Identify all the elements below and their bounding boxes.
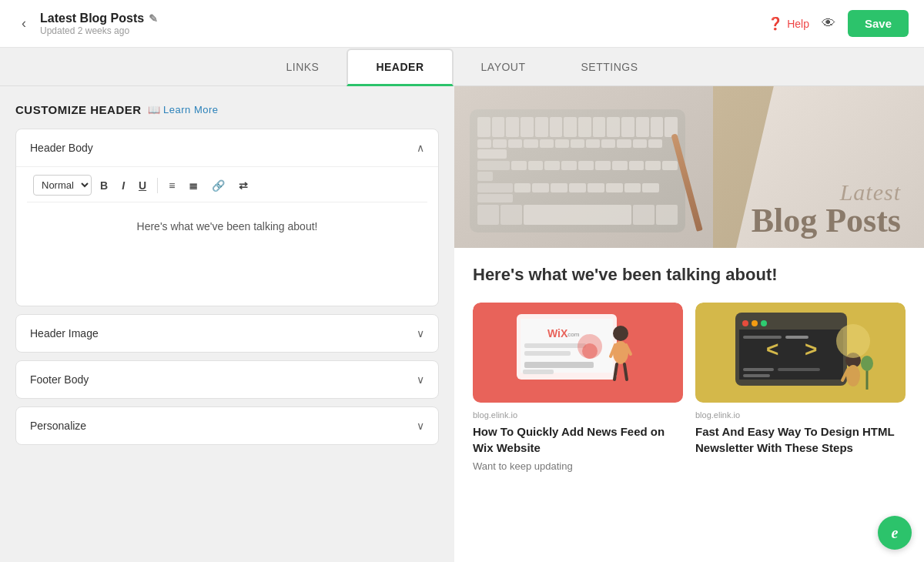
help-label: Help [787,18,809,30]
svg-point-10 [613,326,628,341]
accordion-label-header-body: Header Body [30,142,93,154]
main-layout: CUSTOMIZE HEADER 📖 Learn More Header Bod… [0,86,924,562]
top-bar-left: ‹ Latest Blog Posts ✎ Updated 2 weeks ag… [15,12,158,36]
accordion-body-header: Normal H1 H2 B I U ≡ ≣ 🔗 ⇄ Here's what w… [16,166,438,306]
bold-button[interactable]: B [95,176,113,195]
page-title-text: Latest Blog Posts [40,12,144,25]
panel-title-text: CUSTOMIZE HEADER [15,103,142,116]
chevron-up-icon: ∧ [417,142,424,154]
edit-icon[interactable]: ✎ [149,12,158,25]
eye-icon: 👁 [822,15,835,31]
unordered-list-button[interactable]: ≣ [183,176,203,195]
accordion-footer-body: Footer Body ∨ [15,360,439,399]
svg-point-7 [582,343,598,359]
top-bar: ‹ Latest Blog Posts ✎ Updated 2 weeks ag… [0,0,924,48]
card-domain-2: blog.elink.io [695,410,906,420]
help-circle-icon: ❓ [768,16,783,31]
elink-logo-text: e [892,524,899,542]
accordion-header-image: Header Image ∨ [15,314,439,353]
card-desc-1: Want to keep updating [473,460,683,472]
code-svg: < > [724,306,878,399]
card-image-code: < > [695,303,906,403]
accordion-personalize-toggle[interactable]: Personalize ∨ [16,407,438,444]
svg-rect-9 [523,370,554,374]
link-button[interactable]: 🔗 [206,176,230,195]
svg-rect-8 [524,362,594,368]
chevron-down-icon-3: ∨ [417,420,424,432]
tab-settings[interactable]: SETTINGS [554,50,666,84]
svg-rect-5 [524,351,571,356]
tab-layout[interactable]: LAYOUT [454,50,554,84]
svg-text:>: > [805,337,817,361]
editor-text: Here's what we've been talking about! [137,220,318,232]
format-select[interactable]: Normal H1 H2 [33,175,92,196]
blog-card-2: < > [695,303,906,472]
blog-card-1: WiX .com [473,303,683,472]
underline-button[interactable]: U [133,176,152,195]
ordered-list-button[interactable]: ≡ [163,176,180,195]
svg-point-18 [752,320,758,326]
chevron-down-icon-2: ∨ [417,373,424,386]
card-title-2: Fast And Easy Way To Design HTML Newslet… [695,423,906,456]
svg-rect-26 [778,368,820,371]
toolbar-separator-1 [157,178,158,193]
panel-title: CUSTOMIZE HEADER 📖 Learn More [15,103,439,116]
card-title-1: How To Quickly Add News Feed on Wix Webs… [473,423,683,456]
right-panel: Latest Blog Posts Here's what we've been… [454,86,924,562]
nav-tabs: LINKS HEADER LAYOUT SETTINGS [0,48,924,86]
title-block: Latest Blog Posts ✎ Updated 2 weeks ago [40,12,158,36]
accordion-header-body-toggle[interactable]: Header Body ∧ [16,129,438,166]
top-bar-right: ❓ Help 👁 Save [768,10,909,37]
svg-point-19 [761,320,767,326]
left-panel: CUSTOMIZE HEADER 📖 Learn More Header Bod… [0,86,454,562]
svg-line-15 [624,364,627,380]
svg-rect-23 [743,336,782,339]
svg-text:.com: .com [566,331,580,338]
tab-header[interactable]: HEADER [346,49,453,86]
accordion-label-footer-body: Footer Body [30,373,89,386]
accordion-label-header-image: Header Image [30,327,99,340]
preview-area: Latest Blog Posts Here's what we've been… [454,86,924,562]
blog-content: Here's what we've been talking about! [454,248,924,562]
help-button[interactable]: ❓ Help [768,16,809,31]
accordion-header-image-toggle[interactable]: Header Image ∨ [16,315,438,352]
hero-image: Latest Blog Posts [454,86,924,248]
svg-text:WiX: WiX [547,327,568,340]
accordion-label-personalize: Personalize [30,420,86,432]
svg-point-33 [861,356,873,371]
learn-more-emoji: 📖 [148,104,161,115]
blog-cards: WiX .com [473,303,906,472]
card-image-wix: WiX .com [473,303,683,403]
align-button[interactable]: ⇄ [233,176,253,195]
svg-point-31 [836,324,870,358]
chevron-down-icon-1: ∨ [417,327,424,340]
editor-toolbar: Normal H1 H2 B I U ≡ ≣ 🔗 ⇄ [27,167,427,202]
learn-more-link[interactable]: 📖 Learn More [148,104,219,115]
tab-links[interactable]: LINKS [258,50,346,84]
accordion-personalize: Personalize ∨ [15,406,439,445]
svg-text:<: < [766,337,778,361]
editor-content[interactable]: Here's what we've been talking about! [27,202,427,295]
italic-button[interactable]: I [116,176,130,195]
svg-rect-24 [785,336,808,339]
preview-button[interactable]: 👁 [822,15,835,32]
hero-text-block: Latest Blog Posts [752,179,901,236]
learn-more-text: Learn More [163,104,218,115]
svg-rect-4 [524,343,586,348]
svg-rect-25 [743,368,774,371]
page-subtitle: Updated 2 weeks ago [40,25,158,36]
wix-svg: WiX .com [501,306,655,399]
page-title: Latest Blog Posts ✎ [40,12,158,25]
save-button[interactable]: Save [848,10,909,37]
blog-subtitle: Here's what we've been talking about! [473,263,906,287]
card-domain-1: blog.elink.io [473,410,683,420]
accordion-header-body: Header Body ∧ Normal H1 H2 B I U ≡ ≣ 🔗 [15,129,439,306]
hero-keyboard [454,86,713,248]
svg-point-17 [742,320,748,326]
elink-logo: e [878,516,912,550]
svg-rect-27 [743,374,770,377]
hero-bold-text: Blog Posts [752,206,901,236]
back-button[interactable]: ‹ [15,12,32,35]
accordion-footer-body-toggle[interactable]: Footer Body ∨ [16,361,438,398]
